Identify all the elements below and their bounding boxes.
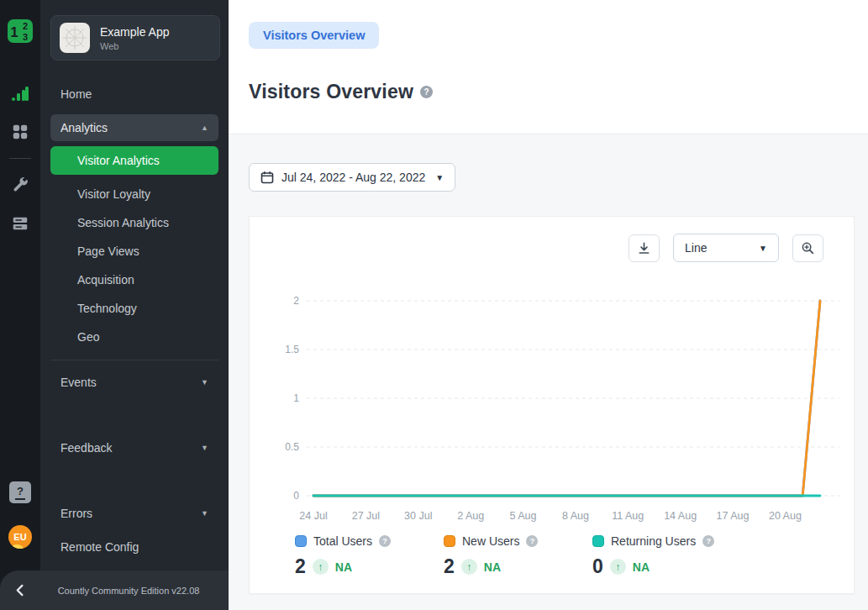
chevron-down-icon: ▼ bbox=[201, 509, 208, 518]
sidebar-footer: Countly Community Edition v22.08 bbox=[0, 571, 229, 610]
svg-text:2: 2 bbox=[293, 295, 299, 307]
sidebar-item-geo[interactable]: Geo bbox=[40, 323, 229, 351]
svg-text:5 Aug: 5 Aug bbox=[510, 510, 537, 522]
legend-swatch bbox=[444, 535, 455, 547]
legend-item-returning-users[interactable]: Returning Users ? 0 ↑ NA bbox=[592, 534, 741, 578]
menu-divider bbox=[50, 360, 218, 360]
svg-text:24 Jul: 24 Jul bbox=[299, 510, 327, 522]
sidebar-item-technology[interactable]: Technology bbox=[40, 294, 229, 323]
title-help-icon[interactable]: ? bbox=[420, 86, 433, 98]
chevron-down-icon: ▼ bbox=[201, 444, 208, 452]
avatar-initials: EU bbox=[13, 532, 26, 542]
zoom-chart-button[interactable] bbox=[792, 234, 823, 262]
page-header: Visitors Overview Visitors Overview ? bbox=[229, 0, 868, 134]
sidebar-item-visitor-loyalty[interactable]: Visitor Loyalty bbox=[40, 180, 229, 208]
chevron-down-icon: ▼ bbox=[759, 244, 767, 253]
trend-up-icon: ↑ bbox=[461, 559, 477, 575]
legend-value: 2 bbox=[444, 555, 455, 578]
svg-text:1.5: 1.5 bbox=[285, 344, 299, 355]
legend-change: NA bbox=[335, 560, 352, 574]
legend-help-icon[interactable]: ? bbox=[379, 535, 391, 547]
trend-up-icon: ↑ bbox=[610, 559, 626, 575]
tab-visitors-overview[interactable]: Visitors Overview bbox=[249, 22, 379, 49]
legend-help-icon[interactable]: ? bbox=[526, 535, 538, 547]
errors-label: Errors bbox=[60, 507, 92, 520]
sidebar-item-analytics[interactable]: Analytics ▲ bbox=[50, 114, 218, 141]
legend-label: Returning Users bbox=[611, 534, 696, 548]
app-name: Example App bbox=[100, 25, 170, 39]
chart-toolbar: Line ▼ bbox=[263, 234, 823, 262]
sidebar-item-remote-config[interactable]: Remote Config bbox=[40, 532, 229, 562]
svg-text:3: 3 bbox=[23, 32, 28, 42]
svg-text:1: 1 bbox=[10, 24, 18, 40]
legend-change: NA bbox=[633, 560, 650, 574]
date-range-picker[interactable]: Jul 24, 2022 - Aug 22, 2022 ▼ bbox=[249, 163, 455, 192]
app-icon bbox=[60, 23, 90, 53]
app-selector[interactable]: Example App Web bbox=[50, 15, 220, 60]
svg-text:8 Aug: 8 Aug bbox=[562, 510, 589, 522]
left-navigation: 1 2 3 bbox=[0, 0, 229, 610]
svg-text:0: 0 bbox=[293, 490, 299, 502]
page-title: Visitors Overview bbox=[249, 81, 413, 103]
chevron-down-icon: ▼ bbox=[435, 173, 444, 182]
chevron-left-icon bbox=[14, 584, 27, 597]
calendar-icon bbox=[260, 171, 274, 184]
legend-item-total-users[interactable]: Total Users ? 2 ↑ NA bbox=[295, 534, 444, 578]
chevron-down-icon: ▼ bbox=[201, 378, 208, 387]
svg-text:20 Aug: 20 Aug bbox=[769, 510, 802, 522]
svg-text:2: 2 bbox=[23, 21, 28, 31]
chart-type-value: Line bbox=[685, 241, 707, 255]
sidebar-item-home[interactable]: Home bbox=[40, 79, 229, 109]
legend-label: Total Users bbox=[313, 534, 372, 548]
content-area: Jul 24, 2022 - Aug 22, 2022 ▼ Line ▼ bbox=[229, 134, 868, 610]
legend-value: 2 bbox=[295, 555, 306, 578]
analytics-label: Analytics bbox=[60, 121, 108, 134]
chart-legend: Total Users ? 2 ↑ NA New Users ? bbox=[263, 534, 840, 578]
sidebar-item-session-analytics[interactable]: Session Analytics bbox=[40, 208, 229, 237]
sidebar-item-acquisition[interactable]: Acquisition bbox=[40, 266, 229, 294]
collapse-sidebar-button[interactable] bbox=[0, 584, 40, 597]
trend-up-icon: ↑ bbox=[313, 559, 329, 575]
sidebar-item-feedback[interactable]: Feedback ▼ bbox=[50, 434, 218, 461]
sidebar-item-events[interactable]: Events ▼ bbox=[50, 369, 218, 396]
management-server-icon[interactable] bbox=[10, 213, 30, 234]
svg-text:1: 1 bbox=[293, 392, 299, 404]
sidebar-item-errors[interactable]: Errors ▼ bbox=[50, 500, 218, 527]
events-label: Events bbox=[60, 376, 97, 389]
legend-help-icon[interactable]: ? bbox=[702, 535, 714, 547]
icon-rail: 1 2 3 bbox=[0, 0, 40, 610]
visitors-chart-card: Line ▼ 00.511.5224 Jul27 Jul30 Jul2 Aug5… bbox=[249, 216, 855, 594]
sidebar-menu: Home Analytics ▲ Visitor Analytics Visit… bbox=[40, 79, 229, 562]
legend-swatch bbox=[592, 535, 604, 547]
app-type: Web bbox=[100, 41, 170, 51]
legend-label: New Users bbox=[462, 534, 519, 548]
legend-change: NA bbox=[484, 560, 501, 574]
edition-version: Countly Community Edition v22.08 bbox=[40, 586, 229, 596]
svg-text:17 Aug: 17 Aug bbox=[717, 510, 750, 522]
user-avatar[interactable]: EU bbox=[8, 525, 32, 549]
legend-value: 0 bbox=[592, 555, 603, 578]
chart-area: 00.511.5224 Jul27 Jul30 Jul2 Aug5 Aug8 A… bbox=[263, 274, 840, 529]
zoom-in-icon bbox=[801, 241, 815, 255]
utilities-wrench-icon[interactable] bbox=[10, 175, 30, 195]
legend-swatch bbox=[295, 535, 307, 547]
visitors-line-chart[interactable]: 00.511.5224 Jul27 Jul30 Jul2 Aug5 Aug8 A… bbox=[263, 274, 842, 526]
sidebar: Example App Web Home Analytics ▲ Visitor… bbox=[40, 0, 229, 610]
chart-type-select[interactable]: Line ▼ bbox=[673, 234, 779, 262]
dashboards-grid-icon[interactable] bbox=[10, 122, 30, 142]
analytics-barchart-icon[interactable] bbox=[10, 83, 30, 103]
help-docs-icon[interactable]: ? bbox=[9, 481, 31, 503]
date-range-value: Jul 24, 2022 - Aug 22, 2022 bbox=[281, 171, 425, 184]
main-content: Visitors Overview Visitors Overview ? Ju… bbox=[229, 0, 868, 610]
legend-item-new-users[interactable]: New Users ? 2 ↑ NA bbox=[444, 534, 592, 578]
svg-text:11 Aug: 11 Aug bbox=[612, 510, 644, 522]
sidebar-item-page-views[interactable]: Page Views bbox=[40, 237, 229, 266]
svg-text:27 Jul: 27 Jul bbox=[352, 510, 380, 522]
chevron-up-icon: ▲ bbox=[201, 124, 208, 132]
countly-logo-icon[interactable]: 1 2 3 bbox=[6, 17, 34, 45]
svg-text:0.5: 0.5 bbox=[285, 441, 299, 453]
svg-text:30 Jul: 30 Jul bbox=[404, 510, 432, 522]
sidebar-item-visitor-analytics[interactable]: Visitor Analytics bbox=[50, 146, 218, 175]
svg-text:2 Aug: 2 Aug bbox=[457, 510, 484, 522]
download-chart-button[interactable] bbox=[629, 234, 660, 262]
